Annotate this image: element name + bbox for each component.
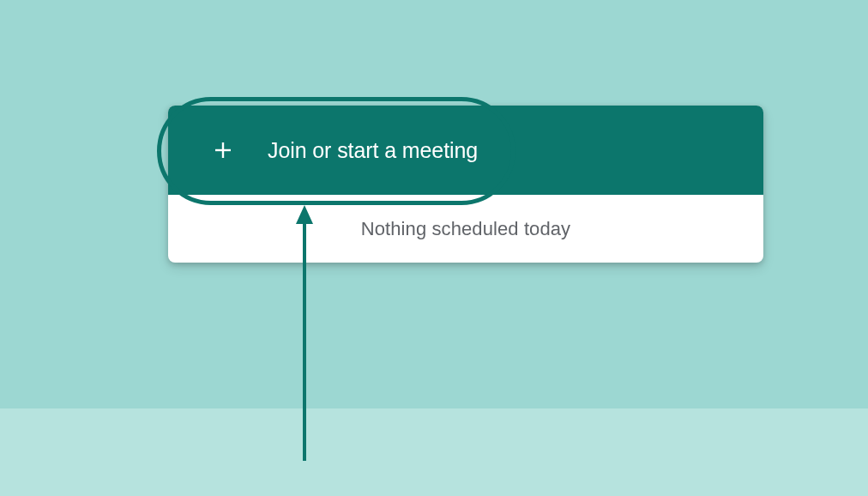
schedule-status-row: Nothing scheduled today <box>168 195 763 263</box>
schedule-status-text: Nothing scheduled today <box>361 218 570 240</box>
meeting-card: Join or start a meeting Nothing schedule… <box>168 106 763 263</box>
plus-icon <box>213 140 233 160</box>
background-strip <box>0 408 868 496</box>
join-start-meeting-button[interactable]: Join or start a meeting <box>168 106 763 195</box>
join-start-meeting-label: Join or start a meeting <box>268 138 478 163</box>
